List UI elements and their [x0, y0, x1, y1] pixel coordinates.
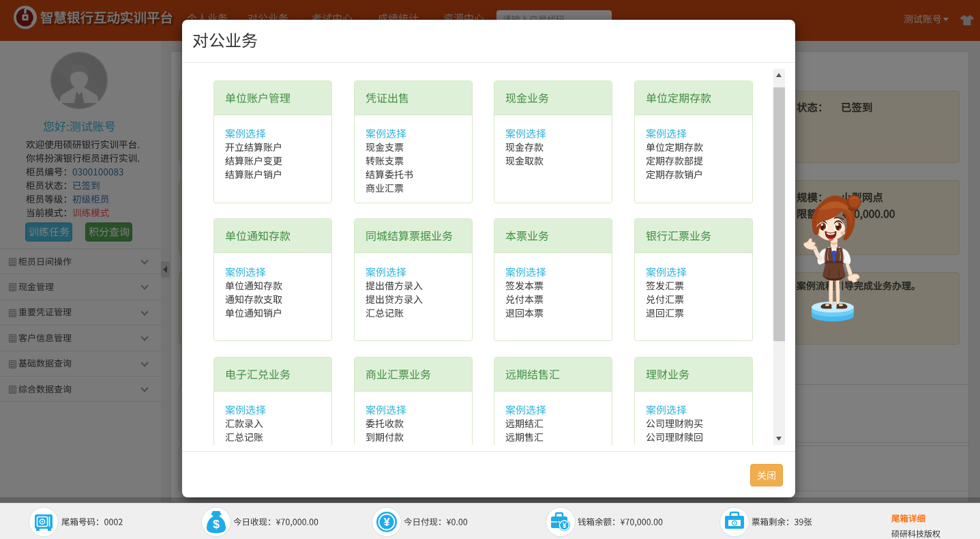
svg-text:¥: ¥	[384, 516, 390, 528]
svg-text:$: $	[213, 518, 220, 531]
svg-text:¥: ¥	[563, 522, 567, 529]
